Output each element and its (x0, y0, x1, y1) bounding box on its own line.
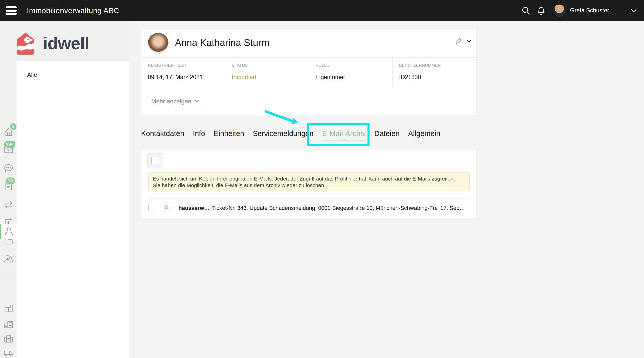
active-tab-caret (342, 139, 346, 141)
sidebar-filter-alle[interactable]: Alle (27, 71, 37, 78)
person-icon (4, 226, 14, 236)
sidebar-item-truck[interactable] (4, 348, 14, 358)
chevron-down-icon[interactable] (631, 9, 637, 13)
icon-rail: 2 99+ 72 (0, 61, 17, 358)
bell-icon[interactable] (537, 6, 546, 15)
person-icon (163, 204, 170, 212)
idwell-logo-text: idwell (43, 33, 89, 53)
field-role: ROLLE Eigentümer (309, 58, 392, 86)
edit-pencil-icon[interactable] (454, 37, 463, 45)
status-badge: Importiert (232, 74, 309, 81)
sidebar-item-chat[interactable] (4, 163, 14, 173)
email-sender-avatar (160, 202, 173, 214)
top-bar: Immobilienverwaltung ABC Greta Schuster (0, 0, 644, 21)
sidebar-item-transfer[interactable] (4, 199, 14, 210)
sidebar-item-person-active[interactable] (0, 224, 17, 239)
tab-servicemeldungen[interactable]: Servicemeldungen (253, 128, 313, 139)
email-sender: hausverw… (178, 205, 210, 211)
field-registered-since: REGISTRIERT SEIT 09:14, 17. März 2021 (141, 58, 225, 86)
sidebar-logo-area: idwell (0, 21, 129, 61)
user-avatar[interactable] (553, 5, 565, 17)
email-subject: Ticket-Nr. 343: Update Schadensmeldung, … (212, 205, 437, 211)
email-date: 17. Sep… (440, 205, 465, 211)
home-badge: 2 (10, 123, 16, 130)
idwell-logo-icon (15, 32, 36, 55)
select-all-checkbox[interactable] (151, 157, 159, 164)
more-button[interactable]: Mehr anzeigen (148, 95, 203, 108)
notice-line-2: Sie haben die Möglichkeit, die E-Mails a… (153, 182, 465, 189)
sidebar-item-units[interactable] (4, 319, 14, 329)
tasks-badge: 72 (6, 177, 15, 184)
sidebar-item-contacts[interactable] (4, 254, 14, 264)
profile-name: Anna Katharina Sturm (175, 37, 269, 48)
rail-divider (4, 276, 14, 276)
field-status: STATUS Importiert (225, 58, 309, 86)
tab-info[interactable]: Info (193, 128, 205, 139)
app-title: Immobilienverwaltung ABC (27, 6, 119, 15)
profile-card: Anna Katharina Sturm REGISTRIERT SEIT 09… (141, 30, 476, 116)
hamburger-menu-icon[interactable] (6, 6, 17, 15)
user-name[interactable]: Greta Schuster (570, 7, 609, 14)
tab-einheiten[interactable]: Einheiten (214, 128, 244, 139)
email-archive-panel: Es handelt sich um Kopien Ihrer original… (141, 150, 476, 218)
idwell-logo: idwell (15, 32, 89, 55)
chevron-down-icon (195, 100, 199, 103)
tab-allgemein[interactable]: Allgemein (408, 128, 440, 139)
select-all-button[interactable] (147, 153, 163, 168)
tab-email-archiv[interactable]: E-Mail-Archiv (322, 128, 365, 139)
profile-fields: REGISTRIERT SEIT 09:14, 17. März 2021 ST… (141, 58, 476, 86)
mail-badge: 99+ (4, 141, 15, 148)
profile-avatar (148, 33, 169, 54)
sidebar-item-floorplan[interactable] (4, 303, 14, 314)
tab-kontaktdaten[interactable]: Kontaktdaten (141, 128, 184, 139)
header-actions: Greta Schuster (515, 5, 637, 17)
profile-chevron-down-icon[interactable] (466, 38, 472, 44)
sidebar-item-building[interactable] (4, 334, 14, 344)
tab-dateien[interactable]: Dateien (374, 128, 400, 139)
search-icon[interactable] (521, 6, 531, 15)
field-user-number: BENUTZERNUMMER ID21830 (392, 58, 476, 86)
notice-line-1: Es handelt sich um Kopien Ihrer original… (153, 175, 465, 182)
email-list-item[interactable]: hausverw… Ticket-Nr. 343: Update Schaden… (141, 199, 476, 218)
email-checkbox[interactable] (148, 204, 155, 211)
notice-banner: Es handelt sich um Kopien Ihrer original… (148, 172, 470, 191)
profile-tabs: Kontaktdaten Info Einheiten Servicemeldu… (141, 128, 440, 139)
sidebar-panel: Alle (17, 61, 129, 358)
